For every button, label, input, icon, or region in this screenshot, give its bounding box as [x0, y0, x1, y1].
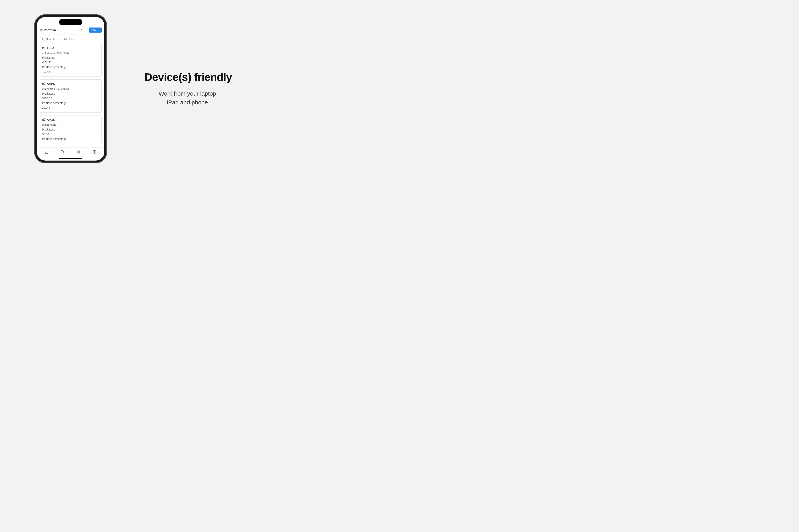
ticker: AAPL: [47, 82, 55, 85]
svg-point-5: [61, 150, 63, 153]
search-icon: [60, 150, 65, 154]
search-icon: [42, 38, 45, 41]
search-button[interactable]: Search: [40, 37, 57, 42]
svg-point-1: [42, 38, 44, 40]
pct-value: 29.7%: [42, 106, 99, 110]
add-filter-label: Add filter: [63, 38, 74, 41]
shares-line: 2.4 shares ($422.016): [42, 87, 99, 92]
chart-line-icon: [42, 46, 45, 49]
pct-value: 70.2%: [42, 70, 99, 74]
subhead: Work from your laptop, iPad and phone.: [144, 89, 232, 107]
phone-frame: Portfolio ••• New Search: [35, 15, 107, 163]
database-icon: [40, 28, 43, 32]
new-button[interactable]: New: [89, 27, 102, 33]
chart-line-icon: [42, 82, 45, 85]
bottom-nav: [37, 148, 104, 156]
stock-card[interactable]: AAPL 2.4 shares ($422.016) Profit/Loss $…: [40, 79, 102, 113]
expand-icon: [79, 29, 82, 32]
plus-square-icon: [92, 150, 97, 154]
phone-screen: Portfolio ••• New Search: [37, 17, 104, 160]
pct-label: Portfolio percentage: [42, 101, 99, 106]
svg-point-3: [45, 152, 45, 152]
nav-list-button[interactable]: [44, 150, 49, 155]
home-indicator: [37, 156, 104, 160]
pl-label: Profit/Loss: [42, 127, 99, 132]
svg-point-4: [45, 153, 45, 154]
svg-point-2: [45, 151, 45, 151]
marketing-copy: Device(s) friendly Work from your laptop…: [144, 71, 232, 107]
app-header: Portfolio ••• New: [37, 26, 104, 35]
filter-bar: Search Add filter: [37, 35, 104, 44]
dots-icon: •••: [84, 28, 87, 32]
page-title-group[interactable]: Portfolio: [40, 28, 77, 32]
bell-icon: [76, 150, 81, 154]
plus-icon: [59, 38, 62, 41]
stock-card[interactable]: AMZN 0 shares ($0) Profit/Loss $0.00 Por…: [40, 115, 102, 144]
card-list: TSLA 4.3 shares ($994.504) Profit/Loss -…: [37, 44, 104, 148]
nav-add-button[interactable]: [92, 150, 97, 155]
svg-point-0: [40, 29, 42, 30]
stock-card[interactable]: TSLA 4.3 shares ($994.504) Profit/Loss -…: [40, 44, 102, 77]
new-button-label: New: [91, 28, 96, 32]
page-title: Portfolio: [44, 28, 56, 32]
search-label: Search: [46, 38, 55, 41]
chart-line-icon: [42, 118, 45, 121]
pl-value: $0.00: [42, 132, 99, 137]
headline: Device(s) friendly: [144, 71, 232, 83]
pl-label: Profit/Loss: [42, 92, 99, 96]
ticker: AMZN: [47, 118, 55, 121]
dynamic-island: [59, 19, 82, 25]
pct-label: Portfolio percentage: [42, 65, 99, 70]
pl-value: $158.02: [42, 96, 99, 101]
nav-notifications-button[interactable]: [76, 150, 81, 155]
list-icon: [44, 150, 49, 154]
chevron-down-icon: [57, 29, 59, 31]
ticker: TSLA: [47, 46, 54, 50]
chevron-down-icon: [98, 29, 100, 31]
pl-label: Profit/Loss: [42, 56, 99, 60]
pct-label: Portfolio percentage: [42, 137, 99, 141]
shares-line: 0 shares ($0): [42, 123, 99, 127]
shares-line: 4.3 shares ($994.504): [42, 51, 99, 56]
nav-search-button[interactable]: [60, 150, 65, 155]
pl-value: -$56.50: [42, 60, 99, 65]
add-filter-button[interactable]: Add filter: [59, 38, 74, 41]
more-button[interactable]: •••: [84, 28, 87, 32]
expand-button[interactable]: [79, 28, 82, 32]
